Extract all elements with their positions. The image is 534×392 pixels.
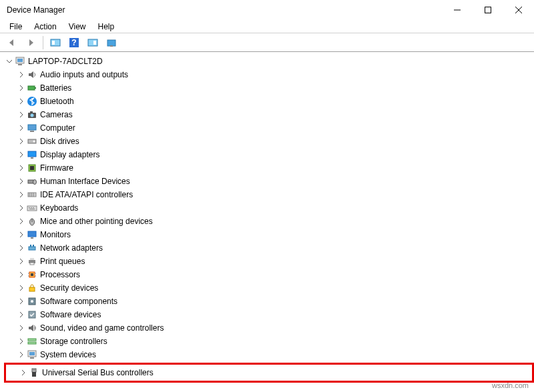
maximize-button[interactable] [473, 0, 503, 20]
expand-icon[interactable] [17, 137, 25, 145]
svg-rect-26 [31, 157, 33, 159]
tree-item[interactable]: Keyboards [4, 201, 534, 215]
tree-item[interactable]: Sound, video and game controllers [4, 321, 534, 335]
tree-item-label: Software components [40, 297, 117, 306]
tree-item[interactable]: Security devices [4, 281, 534, 295]
tree-item[interactable]: Software components [4, 295, 534, 308]
tree-item-label: Disk drives [40, 137, 79, 146]
tree-item[interactable]: Mice and other pointing devices [4, 215, 534, 228]
expand-icon[interactable] [17, 204, 25, 212]
svg-rect-49 [30, 263, 34, 265]
mouse-icon [27, 216, 37, 227]
tree-item[interactable]: Storage controllers [4, 335, 534, 348]
forward-button[interactable] [23, 35, 39, 51]
expand-icon[interactable] [17, 71, 25, 79]
tree-item-label: Monitors [40, 230, 71, 239]
expand-icon[interactable] [17, 337, 25, 345]
tree-item[interactable]: Display adapters [4, 148, 534, 161]
tree-item[interactable]: Firmware [4, 161, 534, 175]
expand-icon[interactable] [17, 84, 25, 92]
svg-rect-51 [31, 273, 33, 276]
tree-item[interactable]: Batteries [4, 81, 534, 95]
tree-item-label: Storage controllers [40, 337, 107, 346]
expand-icon[interactable] [17, 284, 25, 292]
tree-item[interactable]: IDE ATA/ATAPI controllers [4, 188, 534, 201]
expand-icon[interactable] [17, 351, 25, 359]
tree-item-label: Cameras [40, 110, 73, 119]
svg-rect-14 [18, 64, 22, 65]
expand-icon[interactable] [17, 257, 25, 265]
tree-item-label: Software devices [40, 310, 101, 319]
camera-icon [27, 109, 37, 120]
expand-icon[interactable] [17, 124, 25, 132]
tree-item[interactable]: Bluetooth [4, 95, 534, 108]
tree-item[interactable]: Software devices [4, 308, 534, 321]
audio-icon [27, 69, 37, 80]
expand-icon[interactable] [17, 151, 25, 159]
tree-item-label: Human Interface Devices [40, 177, 130, 186]
watermark: wsxdn.com [492, 381, 529, 389]
back-button[interactable] [4, 35, 20, 51]
tree-item[interactable]: Print queues [4, 255, 534, 268]
menu-file[interactable]: File [4, 21, 27, 33]
tree-item[interactable]: Network adapters [4, 241, 534, 255]
expand-icon[interactable] [17, 311, 25, 319]
tree-root[interactable]: LAPTOP-7ADCLT2D [4, 55, 534, 68]
minimize-button[interactable] [442, 0, 473, 20]
expand-icon[interactable] [17, 111, 25, 119]
expand-icon[interactable] [17, 324, 25, 332]
svg-rect-25 [28, 151, 36, 157]
svg-rect-16 [35, 87, 36, 89]
properties-button[interactable] [85, 35, 101, 51]
tree-item-label: Audio inputs and outputs [40, 70, 128, 79]
svg-rect-11 [110, 45, 113, 47]
tree-item[interactable]: Processors [4, 268, 534, 281]
expand-icon[interactable] [17, 244, 25, 252]
menu-view[interactable]: View [63, 21, 91, 33]
svg-point-58 [31, 300, 33, 303]
expand-icon[interactable] [19, 369, 27, 377]
tree-item[interactable]: Cameras [4, 108, 534, 121]
tree-item[interactable]: System devices [4, 348, 534, 361]
disk-icon [27, 136, 37, 147]
tree-item-label: Sound, video and game controllers [40, 323, 164, 333]
svg-rect-22 [30, 131, 34, 132]
expand-icon[interactable] [5, 57, 13, 65]
scan-button[interactable] [103, 35, 119, 51]
tree-item[interactable]: Universal Serial Bus controllers [6, 366, 532, 379]
show-hidden-button[interactable] [47, 35, 63, 51]
svg-rect-39 [29, 209, 35, 209]
expand-icon[interactable] [17, 217, 25, 225]
help-button[interactable]: ? [66, 35, 82, 51]
svg-rect-35 [27, 206, 37, 211]
tree-item[interactable]: Computer [4, 121, 534, 135]
tree-item-label: Universal Serial Bus controllers [42, 368, 154, 377]
svg-point-19 [31, 114, 34, 117]
swcomp-icon [27, 296, 37, 307]
svg-rect-48 [30, 258, 34, 260]
tree-item[interactable]: Audio inputs and outputs [4, 68, 534, 81]
menu-help[interactable]: Help [93, 21, 120, 33]
expand-icon[interactable] [17, 297, 25, 305]
svg-rect-42 [28, 231, 36, 237]
tree-item[interactable]: Monitors [4, 228, 534, 241]
tree-item[interactable]: Disk drives [4, 135, 534, 148]
battery-icon [27, 83, 37, 93]
tree-item-label: Print queues [40, 257, 85, 266]
expand-icon[interactable] [17, 164, 25, 172]
expand-icon[interactable] [17, 97, 25, 105]
tree-item[interactable]: Human Interface Devices [4, 175, 534, 188]
svg-rect-9 [93, 41, 96, 45]
close-button[interactable] [503, 0, 534, 20]
tree-item-label: Batteries [40, 83, 71, 93]
svg-rect-60 [28, 339, 36, 341]
expand-icon[interactable] [17, 271, 25, 279]
expand-icon[interactable] [17, 231, 25, 239]
expand-icon[interactable] [17, 177, 25, 185]
tree-item-label: Processors [40, 270, 80, 279]
storage-icon [27, 336, 37, 347]
svg-rect-36 [29, 207, 30, 208]
expand-icon[interactable] [17, 191, 25, 199]
display-icon [27, 149, 37, 160]
menu-action[interactable]: Action [29, 21, 61, 33]
